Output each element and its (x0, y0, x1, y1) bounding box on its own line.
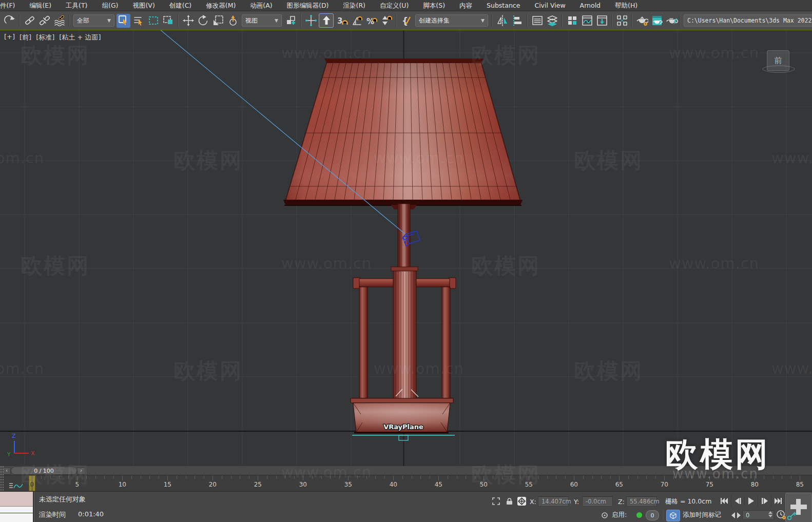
menu-item[interactable]: 动画(A) (243, 0, 279, 11)
menu-item[interactable]: 自定义(U) (373, 0, 416, 11)
viewcube[interactable]: 前 (767, 50, 789, 71)
spinner-snap-icon[interactable] (379, 14, 393, 28)
snaps-toggle-button[interactable] (319, 13, 334, 28)
schematic-view-icon[interactable] (595, 14, 609, 28)
spinner-arrows[interactable] (768, 511, 772, 517)
menu-item[interactable]: 创建(C) (162, 0, 199, 11)
frame-tick (547, 476, 548, 479)
select-move-icon[interactable] (181, 14, 195, 28)
project-folder-dropdown[interactable]: C:\Users\Han\Documents\3ds Max 2022 ▼ (684, 14, 812, 27)
maxscript-mini-listener-pink[interactable] (0, 492, 33, 507)
frame-forward-button[interactable]: › (77, 467, 85, 475)
next-frame-button[interactable] (758, 495, 771, 507)
previous-frame-button[interactable] (731, 495, 744, 507)
frame-tick (420, 476, 421, 479)
frame-tick-label: 25 (254, 481, 262, 488)
time-configuration-icon[interactable] (776, 510, 786, 520)
viewport-label-part[interactable]: [粘土 + 边面] (59, 33, 101, 42)
angle-snap-icon[interactable] (350, 14, 363, 28)
go-to-start-button[interactable] (718, 495, 730, 507)
current-frame-field[interactable]: 0 (742, 510, 774, 520)
timeline-drag-handle[interactable] (0, 466, 4, 491)
named-selection-dropdown[interactable]: 创建选择集 ▼ (415, 14, 488, 27)
menu-item[interactable]: 内容 (452, 0, 479, 11)
rectangular-selection-icon[interactable] (146, 14, 160, 28)
select-rotate-icon[interactable] (196, 14, 210, 28)
absolute-mode-icon[interactable] (516, 496, 527, 506)
snap-3d-icon[interactable]: 3 (335, 14, 349, 28)
selection-filter-dropdown[interactable]: 全部 ▼ (73, 14, 114, 27)
isolate-selection-icon[interactable] (491, 496, 501, 506)
frame-back-button[interactable]: ‹ (3, 467, 11, 475)
viewport-label[interactable]: [+][前][标准][粘土 + 边面] (4, 33, 101, 42)
maximize-viewport-toggle[interactable] (785, 493, 812, 522)
time-tag-cube-button[interactable] (666, 510, 680, 521)
y-coordinate-field[interactable]: -0.0cm (582, 496, 613, 507)
track-bar[interactable]: 0510152025303540455055606570758085 (0, 475, 812, 492)
frame-tick (339, 476, 340, 479)
menu-item[interactable]: 帮助(H) (608, 0, 645, 11)
toggle-ribbon-icon[interactable] (565, 14, 579, 28)
select-place-icon[interactable] (226, 14, 240, 28)
select-by-name-icon[interactable] (131, 14, 145, 28)
menu-item[interactable]: 修改器(M) (199, 0, 243, 11)
mini-curve-editor-icon[interactable] (8, 482, 24, 490)
frame-tick (637, 476, 638, 479)
menu-item[interactable]: 工具(T) (59, 0, 94, 11)
unlink-icon[interactable] (37, 14, 51, 28)
render-production-icon[interactable] (665, 14, 679, 28)
frame-tick (240, 476, 240, 479)
maxscript-mini-listener-white[interactable] (0, 507, 33, 522)
material-editor-icon[interactable] (615, 14, 629, 28)
menu-item[interactable]: 视图(V) (125, 0, 162, 11)
lock-selection-icon[interactable] (504, 496, 514, 506)
menu-item[interactable]: 渲染(R) (336, 0, 373, 11)
x-coordinate-field[interactable]: 14.407cm (538, 496, 569, 507)
listener-divider (33, 492, 34, 522)
menu-item[interactable]: 脚本(S) (416, 0, 452, 11)
window-crossing-icon[interactable] (161, 14, 175, 28)
select-manipulate-icon[interactable] (304, 14, 318, 28)
select-object-button[interactable] (117, 14, 130, 28)
viewport-label-part[interactable]: [+] (4, 33, 15, 42)
percent-snap-icon[interactable]: % (364, 14, 378, 28)
menu-item[interactable]: 编辑(E) (22, 0, 59, 11)
scene-explorer-icon[interactable] (530, 14, 544, 28)
frame-tick (466, 476, 466, 479)
align-icon[interactable] (510, 14, 524, 28)
bind-spacewarp-icon[interactable] (52, 14, 66, 28)
menu-item[interactable]: 组(G) (95, 0, 126, 11)
redo-icon[interactable] (3, 14, 16, 28)
frame-tick-label: 10 (119, 481, 126, 488)
time-slider-handle[interactable]: 0 / 100 (11, 467, 77, 475)
divider (662, 509, 663, 520)
curve-editor-icon[interactable] (580, 14, 594, 28)
viewport-label-part[interactable]: [标准] (36, 33, 54, 42)
menu-item[interactable]: Civil View (527, 0, 572, 11)
lamp-column[interactable] (393, 271, 416, 400)
link-icon[interactable] (23, 14, 36, 28)
edit-named-selection-icon[interactable]: { (399, 14, 413, 28)
play-button[interactable] (744, 495, 758, 507)
z-coordinate-field[interactable]: 55.486cm (626, 496, 657, 507)
menu-item[interactable]: 件(F) (0, 0, 22, 11)
viewport-front[interactable]: VRayPlane [+][前][标准][粘土 + 边面] 前 Z X Y (0, 30, 812, 467)
time-slider-track[interactable]: ‹ 0 / 100 › (0, 466, 812, 475)
select-scale-icon[interactable] (211, 14, 225, 28)
gear-icon[interactable] (600, 510, 610, 520)
reference-coordinate-dropdown[interactable]: 视图 ▼ (242, 14, 282, 27)
use-pivot-center-icon[interactable] (284, 14, 298, 28)
layer-explorer-icon[interactable] (545, 14, 559, 28)
frame-step-arrows[interactable] (731, 510, 741, 520)
viewport-label-part[interactable]: [前] (20, 33, 31, 42)
menu-item[interactable]: Substance (479, 0, 527, 11)
go-to-end-button[interactable] (771, 495, 784, 507)
add-time-tag[interactable]: 添加时间标记 (683, 511, 721, 519)
menu-item[interactable]: Arnold (573, 0, 608, 11)
frame-tick (673, 476, 674, 479)
render-setup-icon[interactable] (635, 14, 649, 28)
menu-item[interactable]: 图形编辑器(D) (280, 0, 336, 11)
rendered-frame-window-icon[interactable] (650, 14, 664, 28)
zero-counter-button[interactable]: 0 (646, 510, 659, 520)
mirror-icon[interactable] (495, 14, 509, 28)
